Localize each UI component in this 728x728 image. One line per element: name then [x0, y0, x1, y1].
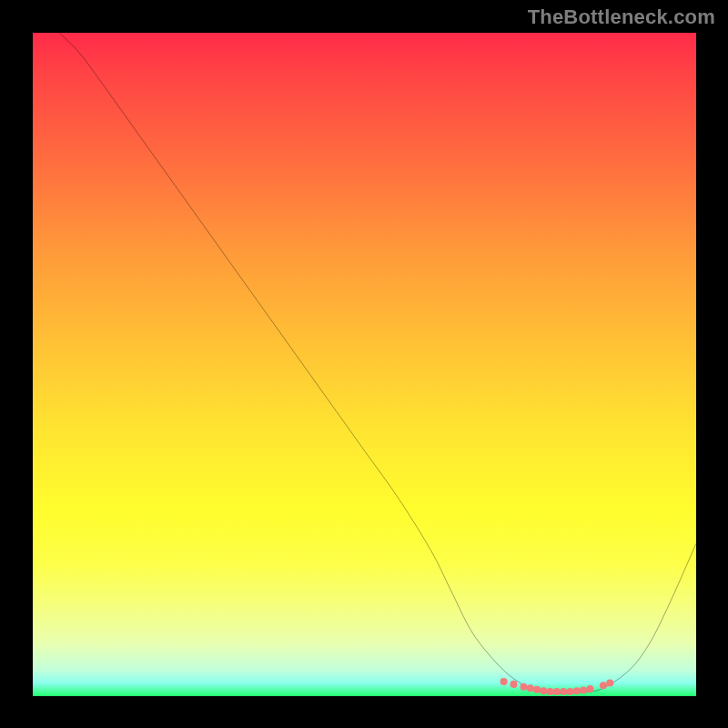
- trough-marker: [606, 679, 613, 686]
- bottleneck-curve-path: [59, 33, 696, 693]
- trough-marker-group: [500, 677, 613, 694]
- trough-marker: [560, 687, 567, 694]
- curve-svg: [33, 33, 696, 696]
- trough-marker: [566, 687, 573, 694]
- trough-marker: [520, 682, 527, 690]
- trough-marker: [572, 687, 580, 694]
- trough-marker: [586, 684, 593, 692]
- trough-marker: [540, 687, 547, 694]
- trough-marker: [526, 684, 533, 692]
- trough-marker: [580, 686, 587, 693]
- watermark-text: TheBottleneck.com: [528, 5, 715, 29]
- chart-frame: TheBottleneck.com: [0, 0, 728, 728]
- trough-marker: [533, 685, 541, 693]
- trough-marker: [599, 682, 606, 689]
- trough-marker: [500, 677, 507, 684]
- trough-marker: [552, 687, 560, 694]
- plot-area: [33, 33, 696, 696]
- trough-marker: [510, 680, 517, 687]
- trough-marker: [546, 687, 553, 694]
